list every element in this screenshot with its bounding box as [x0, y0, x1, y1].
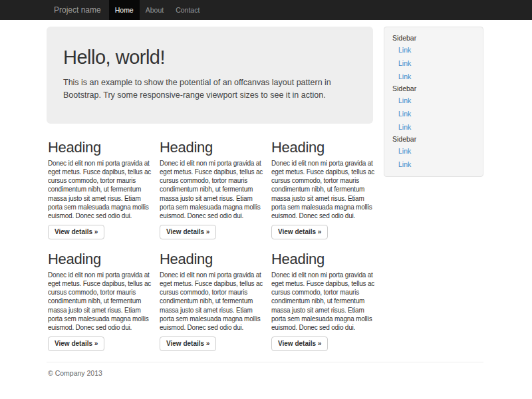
card-heading: Heading	[48, 140, 152, 156]
nav-item-contact[interactable]: Contact	[170, 0, 205, 20]
copyright-text: © Company 2013	[48, 369, 102, 377]
sidebar-header-3: Sidebar	[384, 134, 483, 144]
sidebar-link[interactable]: Link	[384, 120, 483, 134]
card-body-text: Donec id elit non mi porta gravida at eg…	[271, 271, 375, 332]
nav-item-home[interactable]: Home	[109, 0, 140, 20]
card-4: Heading Donec id elit non mi porta gravi…	[48, 251, 152, 351]
card-body-text: Donec id elit non mi porta gravida at eg…	[160, 159, 263, 221]
view-details-button[interactable]: View details »	[48, 336, 104, 351]
card-1: Heading Donec id elit non mi porta gravi…	[48, 140, 152, 239]
navbar-brand[interactable]: Project name	[47, 0, 109, 20]
card-heading: Heading	[271, 251, 375, 267]
card-5: Heading Donec id elit non mi porta gravi…	[160, 251, 263, 351]
navbar-nav: Home About Contact	[109, 0, 206, 20]
card-heading: Heading	[271, 140, 375, 156]
card-body-text: Donec id elit non mi porta gravida at eg…	[160, 271, 263, 332]
card-6: Heading Donec id elit non mi porta gravi…	[271, 251, 375, 351]
card-3: Heading Donec id elit non mi porta gravi…	[271, 140, 375, 239]
card-heading: Heading	[160, 251, 263, 267]
card-body-text: Donec id elit non mi porta gravida at eg…	[271, 159, 375, 221]
page-container: Hello, world! This is an example to show…	[47, 27, 483, 377]
cards-grid: Heading Donec id elit non mi porta gravi…	[48, 140, 373, 351]
jumbotron: Hello, world! This is an example to show…	[47, 27, 373, 124]
sidebar-link[interactable]: Link	[384, 144, 483, 158]
view-details-button[interactable]: View details »	[271, 225, 328, 239]
sidebar-link[interactable]: Link	[384, 70, 483, 83]
sidebar-link[interactable]: Link	[384, 43, 483, 57]
sidebar: Sidebar Link Link Link Sidebar Link Link…	[384, 27, 483, 177]
card-2: Heading Donec id elit non mi porta gravi…	[160, 140, 263, 239]
sidebar-header-2: Sidebar	[384, 83, 483, 94]
view-details-button[interactable]: View details »	[160, 225, 216, 239]
sidebar-link[interactable]: Link	[384, 107, 483, 120]
sidebar-link[interactable]: Link	[384, 57, 483, 70]
card-heading: Heading	[48, 251, 152, 267]
footer: © Company 2013	[47, 362, 483, 377]
card-body-text: Donec id elit non mi porta gravida at eg…	[48, 159, 152, 221]
view-details-button[interactable]: View details »	[48, 225, 104, 239]
jumbotron-description: This is an example to show the potential…	[63, 76, 339, 102]
card-body-text: Donec id elit non mi porta gravida at eg…	[48, 271, 152, 332]
content-row: Hello, world! This is an example to show…	[47, 27, 483, 351]
sidebar-header-1: Sidebar	[384, 33, 483, 43]
top-navbar: Project name Home About Contact	[0, 0, 532, 20]
sidebar-link[interactable]: Link	[384, 94, 483, 107]
view-details-button[interactable]: View details »	[160, 336, 216, 351]
page-title: Hello, world!	[63, 47, 356, 68]
sidebar-link[interactable]: Link	[384, 158, 483, 171]
view-details-button[interactable]: View details »	[271, 336, 328, 351]
nav-item-about[interactable]: About	[140, 0, 170, 20]
card-heading: Heading	[160, 140, 263, 156]
main-column: Hello, world! This is an example to show…	[47, 27, 373, 351]
